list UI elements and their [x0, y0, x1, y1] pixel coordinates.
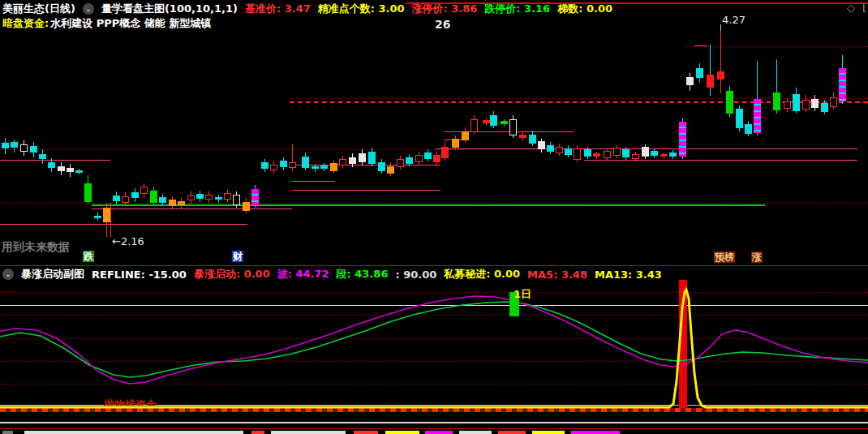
impulse-red-bar: [679, 280, 687, 412]
clipped-next-panel-header: [354, 431, 378, 434]
indicator-subpanel[interactable]: 抛物线资金1日: [0, 0, 868, 434]
subpanel-gridline: [0, 292, 868, 293]
sar-dotted-line: [0, 408, 868, 412]
subpanel-gridline: [0, 384, 868, 385]
clipped-next-panel-header: [571, 431, 620, 434]
indicator-curves: [0, 0, 868, 434]
clipped-next-panel-header: [459, 431, 492, 434]
subpanel-gridline: [0, 338, 868, 339]
subpanel-gridline: [0, 315, 868, 316]
clipped-next-panel-header: [2, 431, 13, 434]
clipped-next-panel-header: [532, 431, 565, 434]
trading-app-window: 美丽生态(日线) ⌄ 量学看盘主图(100,10,1,1) 基准价: 3.47精…: [0, 0, 868, 434]
panel-divider-line: [0, 428, 868, 429]
clipped-next-panel-header: [271, 431, 346, 434]
panel-bottom-line: [0, 422, 868, 423]
clipped-next-panel-header: [385, 431, 419, 434]
clipped-next-panel-header: [498, 431, 526, 434]
clipped-next-panel-header: [251, 431, 264, 434]
subpanel-reference-line: [0, 305, 868, 306]
clipped-next-panel-header: [425, 431, 453, 434]
signal-day-label: 1日: [513, 289, 531, 299]
clipped-next-panel-header: [24, 431, 243, 434]
subpanel-gridline: [0, 361, 868, 362]
